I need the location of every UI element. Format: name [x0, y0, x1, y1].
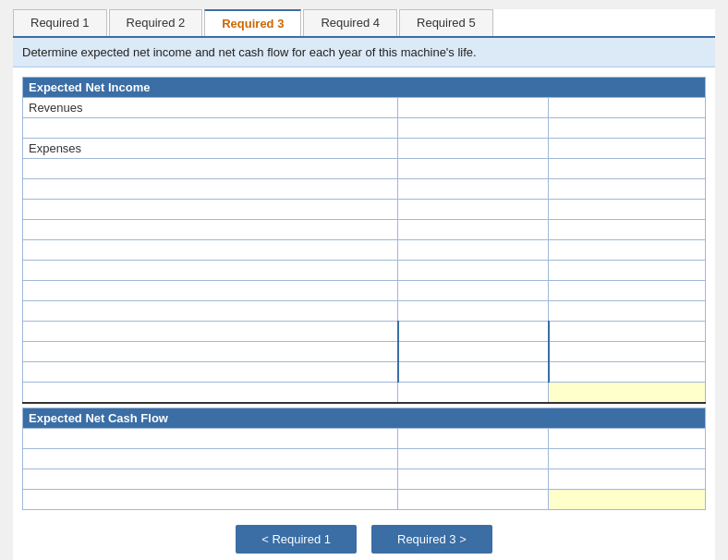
- net-cashflow-result-cell[interactable]: [549, 489, 706, 509]
- tab-required-3[interactable]: Required 3: [204, 9, 301, 36]
- tab-required-1[interactable]: Required 1: [13, 9, 107, 36]
- table-row: [23, 448, 706, 469]
- revenues-value-input[interactable]: [404, 101, 542, 115]
- revenues-result-input[interactable]: [554, 101, 699, 115]
- empty-value-1[interactable]: [398, 118, 549, 139]
- table-row: [23, 362, 706, 383]
- table-row: [23, 240, 706, 261]
- net-cashflow-header-row: Expected Net Cash Flow: [23, 408, 706, 428]
- table-row: Revenues: [23, 98, 706, 118]
- instruction-text: Determine expected net income and net ca…: [22, 45, 477, 59]
- table-row: [23, 159, 706, 179]
- nav-buttons: < Required 1 Required 3 >: [22, 525, 706, 554]
- instruction-bar: Determine expected net income and net ca…: [13, 38, 715, 67]
- table-row: [23, 428, 706, 448]
- table-row: [23, 261, 706, 281]
- net-income-header: Expected Net Income: [23, 78, 706, 98]
- next-button[interactable]: Required 3 >: [371, 525, 492, 554]
- content-area: Expected Net Income Revenues Expenses: [13, 67, 715, 560]
- empty-result-1[interactable]: [549, 118, 706, 139]
- tab-bar: Required 1 Required 2 Required 3 Require…: [13, 9, 715, 38]
- table-row: [23, 342, 706, 362]
- revenues-label: Revenues: [23, 98, 398, 118]
- table-row: Expenses: [23, 139, 706, 159]
- page-container: Required 1 Required 2 Required 3 Require…: [13, 9, 715, 560]
- net-income-table: Expected Net Income Revenues Expenses: [22, 77, 706, 404]
- table-row: [23, 220, 706, 240]
- table-row: [23, 118, 706, 139]
- net-income-result-cell[interactable]: [549, 383, 706, 403]
- table-row: [23, 281, 706, 301]
- expenses-result-cell[interactable]: [549, 139, 706, 159]
- net-cashflow-header: Expected Net Cash Flow: [23, 408, 706, 428]
- table-row: [23, 322, 706, 342]
- net-cashflow-table: Expected Net Cash Flow: [22, 408, 706, 510]
- expenses-label: Expenses: [23, 139, 398, 159]
- net-cashflow-result-row: [23, 489, 706, 509]
- table-row: [23, 200, 706, 220]
- empty-label-1: [23, 118, 398, 139]
- expenses-value-cell[interactable]: [398, 139, 549, 159]
- prev-button[interactable]: < Required 1: [236, 525, 357, 554]
- table-row: [23, 301, 706, 322]
- net-income-header-row: Expected Net Income: [23, 78, 706, 98]
- tab-required-4[interactable]: Required 4: [303, 9, 397, 36]
- tab-required-2[interactable]: Required 2: [109, 9, 203, 36]
- tab-required-5[interactable]: Required 5: [399, 9, 493, 36]
- revenues-result-cell[interactable]: [549, 98, 706, 118]
- net-income-result-row: [23, 383, 706, 403]
- revenues-value-cell[interactable]: [398, 98, 549, 118]
- table-row: [23, 179, 706, 200]
- table-row: [23, 469, 706, 489]
